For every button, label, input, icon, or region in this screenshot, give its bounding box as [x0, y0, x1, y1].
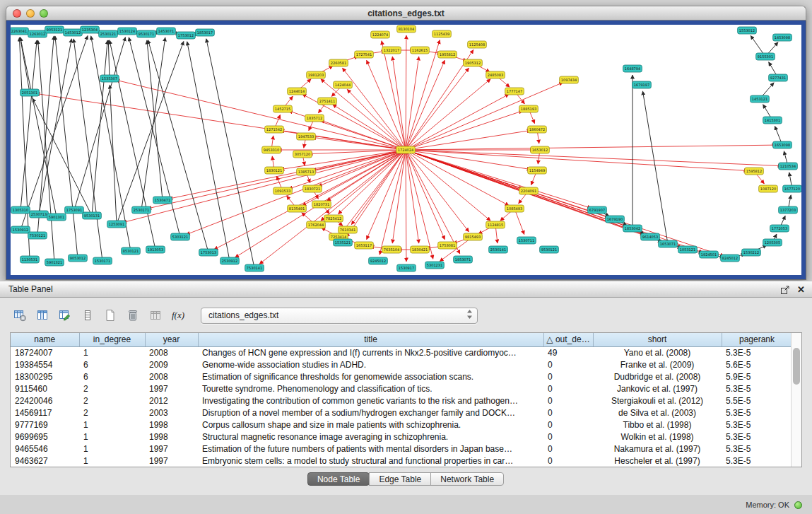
- column-header-year[interactable]: year: [145, 333, 198, 346]
- citation-edge-red: [406, 79, 490, 150]
- table-cell: 2008: [145, 346, 198, 358]
- citation-edge-red: [379, 150, 406, 255]
- graph-node-label: 1753013: [201, 250, 216, 255]
- table-row[interactable]: 969969511998Structural magnetic resonanc…: [11, 431, 792, 443]
- table-cell: 18300295: [11, 370, 79, 382]
- window-zoom-button[interactable]: [40, 9, 48, 18]
- citation-edge-red: [406, 83, 563, 150]
- table-row[interactable]: 946554611997Estimation of the future num…: [11, 443, 792, 455]
- node-table: namein_degreeyeartitle△ out_de…shortpage…: [10, 332, 802, 467]
- new-file-icon[interactable]: [100, 306, 120, 325]
- close-panel-icon[interactable]: ✕: [797, 285, 805, 295]
- attribute-table: namein_degreeyeartitle△ out_de…shortpage…: [11, 333, 793, 467]
- graph-node-label: 1091533: [275, 189, 290, 193]
- citation-edge-red: [406, 150, 782, 166]
- graph-node-label: 5901301: [49, 215, 64, 219]
- graph-node-label: 7610341: [340, 228, 355, 232]
- table-panel-titlebar: Table Panel ✕: [0, 281, 812, 298]
- table-row[interactable]: 1938455462009Genome-wide association stu…: [11, 358, 792, 370]
- graph-node-label: 9453310: [264, 148, 279, 152]
- graph-node-label: 1322017: [384, 48, 399, 52]
- table-cell: Investigating the contribution of common…: [198, 395, 543, 407]
- column-header-short[interactable]: short: [593, 333, 722, 346]
- graph-node-label: 2530713: [31, 212, 47, 216]
- graph-node-label: 8530121: [123, 249, 139, 253]
- tab-edge-table[interactable]: Edge Table: [369, 472, 431, 486]
- graph-node-label: 1530912: [13, 228, 28, 232]
- scrollbar-thumb[interactable]: [793, 348, 800, 385]
- graph-node-label: 1125408: [469, 42, 485, 47]
- table-scrollbar[interactable]: [791, 333, 801, 467]
- import-table-icon[interactable]: [146, 306, 165, 325]
- table-cell: 9699695: [11, 431, 79, 443]
- citation-edge-black: [187, 42, 230, 261]
- table-cell: 0: [543, 382, 593, 395]
- graph-node-label: 1453121: [752, 97, 767, 101]
- column-header-in_degree[interactable]: in_degree: [79, 333, 145, 346]
- column-header-pagerank[interactable]: pagerank: [722, 333, 792, 346]
- citation-edge-red: [406, 150, 591, 208]
- table-cell: Stergiakouli et al. (2012): [593, 395, 722, 407]
- citation-edge-red: [406, 35, 406, 150]
- table-cell: 22420046: [11, 395, 79, 407]
- graph-node-label: 1124815: [488, 223, 503, 227]
- graph-node-label: 2485083: [488, 73, 503, 77]
- table-row[interactable]: 977716911998Corpus callosum shape and si…: [11, 419, 792, 431]
- table-row[interactable]: 1872400712008Changes of HCN gene express…: [11, 346, 792, 358]
- table-cell: Yano et al. (2008): [593, 346, 722, 358]
- graph-node-label: 1905312: [465, 61, 481, 65]
- table-cell: 5.3E-5: [722, 431, 792, 443]
- citation-edge-black: [92, 40, 107, 216]
- network-canvas[interactable]: 1724024165301211549492204091108549311248…: [11, 25, 801, 275]
- graph-node-label: 1154949: [529, 168, 545, 173]
- citation-edge-red: [406, 150, 445, 240]
- float-panel-icon[interactable]: [780, 285, 790, 295]
- graph-node-label: 6791907: [589, 208, 605, 212]
- edit-columns-icon[interactable]: [55, 306, 75, 325]
- table-cell: Estimation of the future numbers of pati…: [198, 443, 543, 455]
- graph-node-label: 2204091: [521, 189, 536, 193]
- citation-edge-red: [320, 120, 406, 150]
- table-cell: Dudbridge et al. (2008): [593, 370, 722, 382]
- window-close-button[interactable]: [13, 9, 21, 18]
- citation-edge-black: [206, 39, 254, 268]
- table-cell: de Silva et al. (2003): [593, 407, 722, 419]
- tab-node-table[interactable]: Node Table: [307, 472, 370, 486]
- citation-edge-red: [406, 150, 490, 221]
- table-cell: 0: [543, 431, 593, 443]
- delete-table-icon[interactable]: [123, 306, 143, 325]
- show-columns-icon[interactable]: [33, 306, 52, 325]
- graph-node-label: 1553012: [739, 28, 755, 33]
- graph-node-label: 9614053: [642, 235, 658, 239]
- table-mode-icon[interactable]: [10, 306, 30, 325]
- table-cell: 0: [543, 370, 593, 382]
- table-row[interactable]: 946362711997Embryonic stem cells: a mode…: [11, 455, 792, 467]
- graph-node-label: 1415301: [765, 118, 780, 122]
- window-titlebar[interactable]: citations_edges.txt: [6, 6, 806, 21]
- table-cell: 5.3E-5: [722, 443, 792, 455]
- citation-edge-black: [33, 98, 92, 216]
- row-height-icon[interactable]: [78, 306, 98, 325]
- table-row[interactable]: 1830029562008Estimation of significance …: [11, 370, 792, 382]
- tab-network-table[interactable]: Network Table: [430, 472, 504, 486]
- citation-edge-black: [55, 36, 78, 258]
- graph-node-label: 1955812: [440, 52, 455, 57]
- column-header-name[interactable]: name: [11, 333, 79, 346]
- graph-node-label: 1913053: [148, 247, 163, 252]
- function-builder-icon[interactable]: f(x): [168, 306, 188, 325]
- table-select[interactable]: citations_edges.txt: [201, 308, 478, 324]
- table-cell: 1997: [145, 443, 198, 455]
- window-minimize-button[interactable]: [26, 9, 35, 18]
- citation-edge-red: [406, 68, 469, 150]
- graph-node-label: 1724024: [398, 148, 413, 152]
- citation-edge-red: [406, 145, 776, 150]
- table-row[interactable]: 911546021997Tourette syndrome. Phenomeno…: [11, 382, 792, 395]
- table-cell: Franke et al. (2009): [593, 358, 722, 370]
- graph-node-label: 1210534: [780, 164, 796, 168]
- column-header-out_de[interactable]: △ out_de…: [543, 333, 593, 346]
- citation-edge-red: [367, 60, 406, 150]
- graph-node-label: 1853042: [625, 226, 640, 230]
- column-header-title[interactable]: title: [198, 333, 543, 346]
- table-row[interactable]: 1456911722003Disruption of a novel membe…: [11, 407, 792, 419]
- table-row[interactable]: 2242004622012Investigating the contribut…: [11, 395, 792, 407]
